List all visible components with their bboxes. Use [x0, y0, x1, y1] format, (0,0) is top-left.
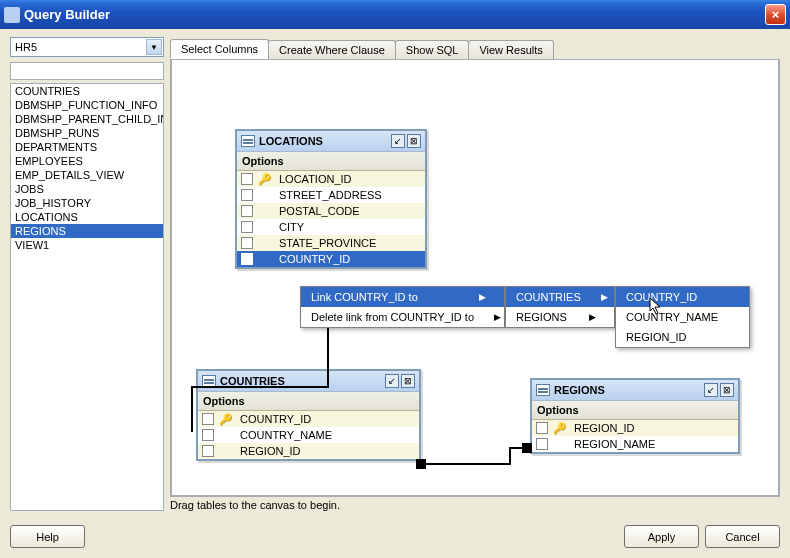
column-checkbox[interactable]	[241, 221, 253, 233]
close-icon[interactable]: ⊠	[720, 383, 734, 397]
table-title: LOCATIONS	[259, 135, 391, 147]
list-item[interactable]: JOBS	[11, 182, 163, 196]
table-countries[interactable]: COUNTRIES ↙ ⊠ Options 🔑COUNTRY_ID COUNTR…	[196, 369, 421, 461]
column-checkbox[interactable]	[241, 237, 253, 249]
table-row[interactable]: REGION_NAME	[532, 436, 738, 452]
window-title: Query Builder	[24, 7, 110, 22]
table-titlebar[interactable]: COUNTRIES ↙ ⊠	[198, 371, 419, 392]
tables-list[interactable]: COUNTRIES DBMSHP_FUNCTION_INFO DBMSHP_PA…	[10, 83, 164, 511]
schema-dropdown-value: HR5	[15, 41, 37, 53]
list-item[interactable]: JOB_HISTORY	[11, 196, 163, 210]
key-icon: 🔑	[552, 422, 568, 435]
table-row[interactable]: STREET_ADDRESS	[237, 187, 425, 203]
arrow-right-icon: ▶	[494, 312, 501, 322]
app-icon	[4, 7, 20, 23]
list-item[interactable]: EMPLOYEES	[11, 154, 163, 168]
minimize-icon[interactable]: ↙	[391, 134, 405, 148]
context-submenu-columns[interactable]: COUNTRY_ID COUNTRY_NAME REGION_ID	[615, 286, 750, 348]
list-item[interactable]: DBMSHP_PARENT_CHILD_INFO	[11, 112, 163, 126]
column-checkbox[interactable]	[202, 413, 214, 425]
tab-show-sql[interactable]: Show SQL	[395, 40, 470, 59]
column-checkbox[interactable]	[202, 429, 214, 441]
table-row[interactable]: 🔑LOCATION_ID	[237, 171, 425, 187]
list-item[interactable]: DBMSHP_RUNS	[11, 126, 163, 140]
table-title: REGIONS	[554, 384, 704, 396]
table-row[interactable]: 🔑COUNTRY_ID	[198, 411, 419, 427]
help-button[interactable]: Help	[10, 525, 85, 548]
options-row[interactable]: Options	[237, 152, 425, 171]
submenu-item-region-id[interactable]: REGION_ID	[616, 327, 749, 347]
column-checkbox[interactable]	[241, 253, 253, 265]
options-row[interactable]: Options	[198, 392, 419, 411]
window-close-button[interactable]: ×	[765, 4, 786, 25]
arrow-right-icon: ▶	[601, 292, 608, 302]
context-submenu-tables[interactable]: COUNTRIES▶ REGIONS▶	[505, 286, 615, 328]
tab-select-columns[interactable]: Select Columns	[170, 39, 269, 59]
list-item[interactable]: LOCATIONS	[11, 210, 163, 224]
list-item[interactable]: DEPARTMENTS	[11, 140, 163, 154]
table-row[interactable]: COUNTRY_NAME	[198, 427, 419, 443]
table-locations[interactable]: LOCATIONS ↙ ⊠ Options 🔑LOCATION_ID STREE…	[235, 129, 427, 269]
table-icon	[241, 135, 255, 147]
minimize-icon[interactable]: ↙	[704, 383, 718, 397]
submenu-item-regions[interactable]: REGIONS▶	[506, 307, 614, 327]
schema-dropdown[interactable]: HR5 ▼	[10, 37, 164, 57]
options-row[interactable]: Options	[532, 401, 738, 420]
table-titlebar[interactable]: REGIONS ↙ ⊠	[532, 380, 738, 401]
table-row[interactable]: POSTAL_CODE	[237, 203, 425, 219]
table-filter-input[interactable]	[10, 62, 164, 80]
context-menu[interactable]: Link COUNTRY_ID to▶ Delete link from COU…	[300, 286, 505, 328]
table-row[interactable]: STATE_PROVINCE	[237, 235, 425, 251]
column-checkbox[interactable]	[241, 205, 253, 217]
title-bar: Query Builder ×	[0, 0, 790, 29]
submenu-item-country-id[interactable]: COUNTRY_ID	[616, 287, 749, 307]
submenu-item-country-name[interactable]: COUNTRY_NAME	[616, 307, 749, 327]
table-icon	[202, 375, 216, 387]
status-text: Drag tables to the canvas to begin.	[170, 499, 780, 511]
table-row[interactable]: CITY	[237, 219, 425, 235]
list-item[interactable]: DBMSHP_FUNCTION_INFO	[11, 98, 163, 112]
tab-bar: Select Columns Create Where Clause Show …	[170, 37, 780, 59]
submenu-item-countries[interactable]: COUNTRIES▶	[506, 287, 614, 307]
key-icon: 🔑	[218, 413, 234, 426]
query-canvas[interactable]: LOCATIONS ↙ ⊠ Options 🔑LOCATION_ID STREE…	[170, 59, 780, 497]
table-icon	[536, 384, 550, 396]
key-icon: 🔑	[257, 173, 273, 186]
table-row[interactable]: REGION_ID	[198, 443, 419, 459]
column-checkbox[interactable]	[536, 422, 548, 434]
column-checkbox[interactable]	[241, 173, 253, 185]
arrow-right-icon: ▶	[589, 312, 596, 322]
column-checkbox[interactable]	[536, 438, 548, 450]
chevron-down-icon: ▼	[146, 39, 162, 55]
dialog-buttons: Help Apply Cancel	[10, 525, 780, 548]
close-icon[interactable]: ⊠	[401, 374, 415, 388]
list-item[interactable]: COUNTRIES	[11, 84, 163, 98]
list-item[interactable]: VIEW1	[11, 238, 163, 252]
list-item[interactable]: REGIONS	[11, 224, 163, 238]
table-title: COUNTRIES	[220, 375, 385, 387]
cancel-button[interactable]: Cancel	[705, 525, 780, 548]
table-titlebar[interactable]: LOCATIONS ↙ ⊠	[237, 131, 425, 152]
tab-where-clause[interactable]: Create Where Clause	[268, 40, 396, 59]
table-row[interactable]: 🔑REGION_ID	[532, 420, 738, 436]
table-regions[interactable]: REGIONS ↙ ⊠ Options 🔑REGION_ID REGION_NA…	[530, 378, 740, 454]
context-menu-link[interactable]: Link COUNTRY_ID to▶	[301, 287, 504, 307]
table-row[interactable]: COUNTRY_ID	[237, 251, 425, 267]
list-item[interactable]: EMP_DETAILS_VIEW	[11, 168, 163, 182]
column-checkbox[interactable]	[241, 189, 253, 201]
apply-button[interactable]: Apply	[624, 525, 699, 548]
arrow-right-icon: ▶	[479, 292, 486, 302]
column-checkbox[interactable]	[202, 445, 214, 457]
minimize-icon[interactable]: ↙	[385, 374, 399, 388]
context-menu-delete-link[interactable]: Delete link from COUNTRY_ID to▶	[301, 307, 504, 327]
tab-view-results[interactable]: View Results	[468, 40, 553, 59]
close-icon[interactable]: ⊠	[407, 134, 421, 148]
